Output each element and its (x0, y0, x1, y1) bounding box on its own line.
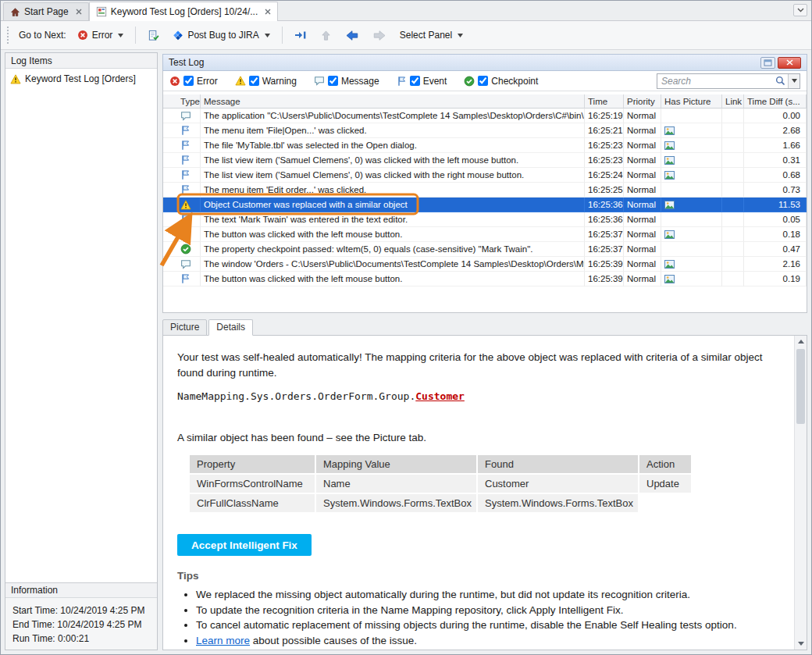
search-options-dropdown[interactable] (788, 74, 800, 88)
tip-item: To cancel automatic replacement of missi… (196, 618, 783, 633)
column-header[interactable]: Link (722, 94, 744, 109)
warning-icon (235, 76, 246, 86)
picture-icon (664, 201, 675, 209)
picture-icon (664, 230, 675, 239)
log-row[interactable]: The file 'MyTable.tbl' was selected in t… (163, 138, 807, 153)
log-filter-bar: Error Warning Message Event Checkpoint (163, 71, 807, 91)
tab-picture[interactable]: Picture (162, 319, 207, 336)
column-header[interactable]: Message (201, 94, 585, 109)
filter-message: Message (314, 76, 379, 87)
filter-checkbox-event[interactable] (410, 76, 420, 86)
warning-icon (10, 74, 21, 84)
tab-keyword-test-log[interactable]: Keyword Test Log [Orders] 10/24/... (89, 2, 279, 21)
back-button[interactable] (341, 27, 363, 44)
log-time: 16:25:37 (585, 242, 624, 257)
log-type-cell (163, 183, 201, 198)
tab-label: Keyword Test Log [Orders] 10/24/... (111, 6, 258, 17)
learn-more-link[interactable]: Learn more (196, 635, 250, 646)
post-bug-to-jira-button[interactable]: Post Bug to JIRA (169, 27, 273, 44)
column-header[interactable]: Priority (624, 94, 661, 109)
column-header[interactable]: Type (163, 94, 201, 109)
log-link (722, 168, 744, 183)
column-header[interactable]: Time (585, 94, 624, 109)
select-panel-dropdown[interactable]: Select Panel (396, 27, 467, 44)
log-has-picture (661, 183, 722, 198)
filter-checkbox-warning[interactable] (249, 76, 259, 86)
log-link (722, 123, 744, 138)
log-time-diff: 1.66 (744, 138, 807, 153)
log-has-picture (661, 242, 722, 257)
event-icon (180, 273, 191, 284)
log-priority: Normal (624, 138, 661, 153)
mapping-path-object[interactable]: Customer (415, 390, 465, 402)
search-icon[interactable] (773, 76, 788, 86)
tab-start-page[interactable]: Start Page (3, 2, 89, 20)
log-time-diff: 0.47 (744, 242, 807, 257)
close-panel-button[interactable] (778, 57, 801, 69)
filter-checkbox-error[interactable] (183, 76, 194, 86)
log-items-caption: Log Items (5, 53, 157, 69)
test-log-header: Test Log (162, 54, 807, 71)
caret-down-icon (118, 34, 123, 37)
filter-checkpoint: Checkpoint (464, 76, 538, 87)
go-to-next-label: Go to Next: (19, 30, 66, 41)
show-test-item-button[interactable] (144, 27, 163, 44)
log-priority: Normal (624, 257, 661, 272)
log-row[interactable]: The button was clicked with the left mou… (163, 227, 807, 242)
close-tab-icon[interactable] (76, 9, 82, 15)
log-row[interactable]: The window 'Orders - C:\Users\Public\Doc… (163, 257, 807, 272)
log-row[interactable]: The menu item 'File|Open...' was clicked… (163, 123, 807, 138)
log-time-diff: 0.05 (744, 212, 807, 227)
run-time: Run Time: 0:00:21 (12, 632, 150, 646)
search-input[interactable] (657, 76, 773, 87)
float-panel-button[interactable] (760, 57, 775, 69)
log-row[interactable]: The application "C:\Users\Public\Documen… (163, 109, 807, 123)
forward-button[interactable] (369, 27, 390, 44)
mapping-table-cell: Name (316, 475, 476, 493)
detail-tabs: Picture Details (162, 320, 255, 336)
log-time: 16:25:19 (585, 109, 624, 123)
accept-intelligent-fix-button[interactable]: Accept Intelligent Fix (177, 534, 312, 556)
log-time: 16:25:21 (585, 123, 624, 138)
filter-checkbox-message[interactable] (328, 76, 338, 86)
checkpoint-icon (464, 76, 475, 87)
log-type-cell (163, 153, 201, 168)
filter-error: Error (169, 76, 218, 87)
up-button[interactable] (316, 27, 336, 44)
test-log-title: Test Log (169, 57, 204, 68)
checkpoint-icon (180, 244, 191, 255)
go-to-next-run-button[interactable] (290, 27, 311, 44)
go-to-next-error-dropdown[interactable]: Error (73, 27, 128, 44)
column-header[interactable]: Time Diff (s... (744, 94, 807, 109)
log-row[interactable]: The list view item ('Samuel Clemens', 0)… (163, 153, 807, 168)
filter-label: Message (341, 76, 379, 87)
log-row[interactable]: The button was clicked with the left mou… (163, 272, 807, 287)
log-row[interactable]: The property checkpoint passed: wItem(5,… (163, 242, 807, 257)
log-row[interactable]: The menu item 'Edit order...' was clicke… (163, 183, 807, 198)
column-header[interactable]: Has Picture (661, 94, 722, 109)
log-items-panel: Log Items Keyword Test Log [Orders] Info… (5, 52, 158, 650)
scroll-up-icon[interactable] (795, 336, 807, 347)
tab-overflow-button[interactable] (793, 4, 807, 16)
log-link (722, 212, 744, 227)
filter-label: Event (423, 76, 447, 87)
close-tab-icon[interactable] (265, 9, 271, 15)
scroll-down-icon[interactable] (795, 638, 807, 650)
details-scrollbar[interactable] (794, 336, 807, 650)
tree-item-keyword-test-log[interactable]: Keyword Test Log [Orders] (9, 73, 154, 85)
warning-icon (180, 200, 191, 210)
log-row[interactable]: The list view item ('Samuel Clemens', 0)… (163, 168, 807, 183)
mapping-path-prefix: NameMapping.Sys.Orders.OrderForm.Group. (177, 390, 415, 402)
log-link (722, 257, 744, 272)
log-priority: Normal (624, 168, 661, 183)
scroll-thumb[interactable] (796, 349, 805, 424)
log-has-picture (661, 272, 722, 287)
log-has-picture (661, 153, 722, 168)
log-row[interactable]: Object Customer was replaced with a simi… (163, 198, 807, 212)
log-time: 16:25:36 (585, 212, 624, 227)
filter-checkbox-checkpoint[interactable] (478, 76, 488, 86)
log-row[interactable]: The text 'Mark Twain' was entered in the… (163, 212, 807, 227)
mapping-table-header: Found (478, 455, 638, 473)
tab-details[interactable]: Details (208, 319, 253, 336)
tips-list: We replaced the missing object automatic… (196, 587, 783, 648)
